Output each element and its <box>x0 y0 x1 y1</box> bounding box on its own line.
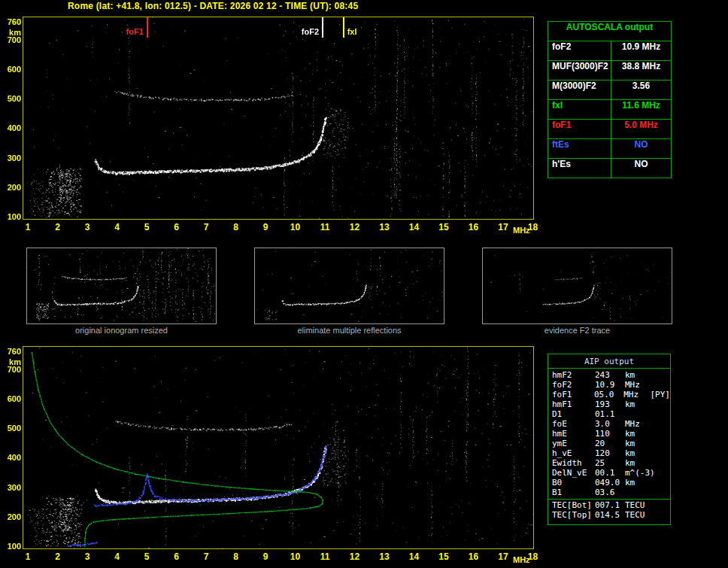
autoscala-row-label: M(3000)F2 <box>548 80 611 99</box>
aip-row-extra <box>652 478 670 488</box>
x-tick-label: 3 <box>78 551 96 562</box>
autoscala-row: foF210.9 MHz <box>548 41 671 61</box>
aip-row-unit <box>625 488 652 497</box>
aip-row-unit: km <box>625 439 652 448</box>
aip-row-unit: MHz <box>625 380 652 390</box>
fxi-marker-label: fxI <box>347 27 357 36</box>
y-tick-label: 600 <box>2 65 21 74</box>
aip-table-title: AIP output <box>548 354 670 368</box>
aip-row: B0049.0km <box>548 478 670 488</box>
autoscala-row: fxI11.6 MHz <box>548 100 671 120</box>
aip-row-value: 05.0 <box>594 390 623 399</box>
aip-row-unit: km <box>625 370 652 380</box>
y-axis-unit-label: km <box>2 357 21 366</box>
x-axis-unit-label: MHz <box>513 226 530 235</box>
y-tick-label: 760 <box>2 17 21 26</box>
autoscala-row-value: NO <box>611 139 671 158</box>
aip-row: foE3.0MHz <box>548 419 670 429</box>
aip-row-extra <box>652 448 670 458</box>
aip-title-separator <box>548 368 670 369</box>
aip-row-name: hmF1 <box>548 399 595 409</box>
aip-row: hmF2243km <box>548 370 670 380</box>
aip-row-extra <box>652 419 670 429</box>
x-tick-label: 12 <box>346 222 364 232</box>
aip-row-extra <box>652 439 670 448</box>
y-tick-label: 500 <box>2 424 21 433</box>
aip-row-value: 243 <box>595 370 625 380</box>
aip-row-value: 193 <box>595 399 625 409</box>
x-tick-label: 6 <box>168 551 186 562</box>
y-axis-unit-label: km <box>2 28 21 37</box>
x-tick-label: 15 <box>435 551 453 562</box>
y-tick-label: 760 <box>2 347 21 356</box>
autoscala-row-value: 11.6 MHz <box>611 100 671 119</box>
aip-row-value: 10.9 <box>595 380 625 390</box>
x-tick-label: 5 <box>138 222 156 232</box>
profile-ionogram-canvas <box>23 347 533 548</box>
autoscala-row-value: 10.9 MHz <box>611 41 671 60</box>
y-tick-label: 200 <box>2 512 21 521</box>
x-tick-label: 16 <box>465 222 483 232</box>
autoscala-row: foF15.0 MHz <box>548 120 671 139</box>
x-tick-label: 14 <box>405 222 423 232</box>
autoscala-table-title: AUTOSCALA output <box>548 22 671 41</box>
aip-row-name: Ewidth <box>548 458 595 468</box>
aip-row: D101.1 <box>548 409 670 419</box>
aip-row-value: 120 <box>595 448 625 458</box>
aip-row-unit: TECU <box>625 510 652 520</box>
autoscala-row: MUF(3000)F238.8 MHz <box>548 61 671 80</box>
aip-row: TEC[Bot]007.1TECU <box>548 500 670 510</box>
aip-row-value: 03.6 <box>595 488 625 497</box>
autoscala-row: h'EsNO <box>548 159 671 178</box>
y-tick-label: 600 <box>2 394 21 403</box>
aip-row-name: foE <box>548 419 595 429</box>
window-title: Rome (lat: +41.8, lon: 012.5) - DATE: 20… <box>68 1 358 11</box>
profile-ionogram-plot <box>23 346 534 549</box>
aip-row-unit: m^(-3) <box>625 468 652 478</box>
x-tick-label: 15 <box>435 222 453 232</box>
thumbnail-original-ionogram <box>26 248 217 324</box>
aip-row-unit: km <box>625 458 652 468</box>
thumbnail-f2-canvas <box>483 248 672 323</box>
aip-row-unit: km <box>625 448 652 458</box>
x-tick-label: 10 <box>287 222 305 232</box>
aip-row-unit: km <box>625 399 652 409</box>
aip-row: B103.6 <box>548 488 670 497</box>
x-tick-label: 8 <box>227 551 245 562</box>
x-tick-label: 3 <box>78 222 96 232</box>
x-tick-label: 16 <box>465 551 483 562</box>
autoscala-row-value: 5.0 MHz <box>611 120 671 138</box>
x-tick-label: 4 <box>108 551 126 562</box>
aip-row-name: hmE <box>548 429 595 439</box>
aip-row-value: 014.5 <box>595 510 625 520</box>
autoscala-row-label: foF2 <box>548 41 611 60</box>
aip-row-name: foF1 <box>548 390 594 399</box>
thumbnail-cleaned-canvas <box>255 248 444 323</box>
aip-row-value: 25 <box>595 458 625 468</box>
x-tick-label: 1 <box>19 551 37 562</box>
main-ionogram-canvas <box>23 17 533 219</box>
autoscala-row-label: foF1 <box>548 120 611 138</box>
y-tick-label: 500 <box>2 94 21 103</box>
aip-row-value: 20 <box>595 439 625 448</box>
aip-row-unit: MHz <box>623 390 650 399</box>
aip-row: hmE110km <box>548 429 670 439</box>
x-tick-label: 17 <box>494 222 512 232</box>
aip-row-value: 00.1 <box>595 468 625 478</box>
aip-row: foF210.9MHz <box>548 380 670 390</box>
x-tick-label: 1 <box>19 222 37 232</box>
x-axis-unit-label: MHz <box>513 555 530 564</box>
autoscala-table-rows: foF210.9 MHzMUF(3000)F238.8 MHzM(3000)F2… <box>548 41 671 178</box>
aip-row-name: h_vE <box>548 448 595 458</box>
aip-row-unit <box>625 409 652 419</box>
aip-row-name: D1 <box>548 409 595 419</box>
autoscala-row-label: MUF(3000)F2 <box>548 61 611 80</box>
x-tick-label: 12 <box>346 551 364 562</box>
y-tick-label: 300 <box>2 153 21 163</box>
autoscala-row-label: fxI <box>548 100 611 119</box>
x-tick-label: 2 <box>49 222 67 232</box>
aip-row: h_vE120km <box>548 448 670 458</box>
thumbnail-original-canvas <box>27 248 216 323</box>
aip-row-extra <box>652 510 670 520</box>
aip-row: Ewidth25km <box>548 458 670 468</box>
